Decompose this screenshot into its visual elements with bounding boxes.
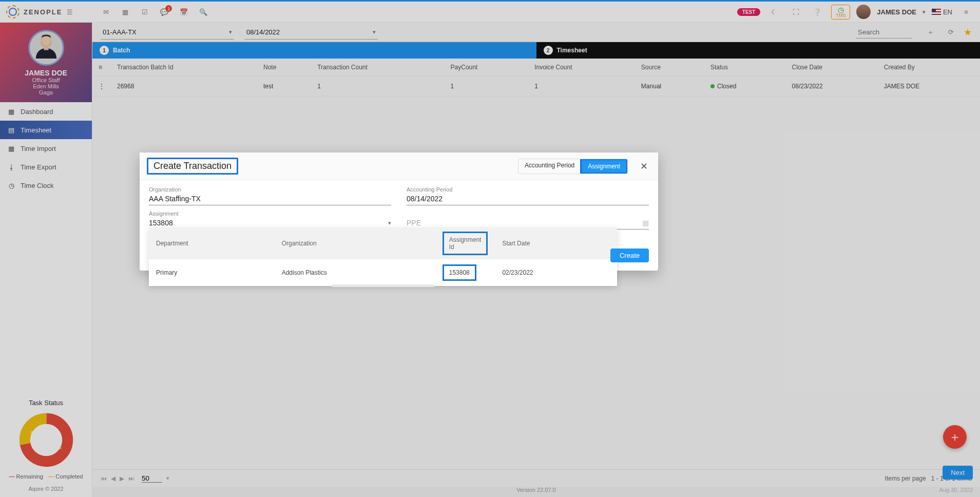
horizontal-scrollbar[interactable] (332, 284, 434, 287)
chevron-down-icon: ▾ (388, 220, 391, 226)
dd-col-aid: Assignment Id (443, 232, 488, 255)
create-button[interactable]: Create (610, 249, 649, 262)
create-transaction-dialog: Create Transaction Accounting Period Ass… (140, 152, 658, 271)
dialog-tab-assignment[interactable]: Assignment (580, 159, 628, 174)
dd-col-start: Start Date (495, 227, 617, 259)
dd-col-dept: Department (149, 227, 275, 259)
acc-input[interactable]: 08/14/2022 (407, 193, 649, 205)
acc-label: Accounting Period (407, 186, 649, 193)
dd-cell-org: Addison Plastics (275, 259, 435, 286)
assignment-dropdown-panel: Department Organization Assignment Id St… (149, 227, 617, 286)
dd-cell-dept: Primary (149, 259, 275, 286)
dialog-close-icon[interactable]: ✕ (637, 161, 651, 172)
field-ppe: PPE▦ (407, 211, 649, 230)
dialog-header: Create Transaction Accounting Period Ass… (140, 152, 658, 180)
assign-label: Assignment (149, 211, 391, 217)
field-organization: Organization AAA Staffing-TX (149, 186, 391, 205)
dialog-tabs: Accounting Period Assignment (518, 159, 628, 174)
field-accounting-period: Accounting Period 08/14/2022 (407, 186, 649, 205)
calendar-icon: ▦ (642, 219, 649, 227)
ppe-label (407, 211, 649, 217)
dialog-title: Create Transaction (147, 158, 238, 175)
dialog-tab-accounting[interactable]: Accounting Period (518, 159, 581, 174)
dropdown-row[interactable]: Primary Addison Plastics 153808 02/23/20… (149, 259, 617, 286)
dialog-body: Organization AAA Staffing-TX Accounting … (140, 180, 658, 271)
org-label: Organization (149, 186, 391, 193)
dd-cell-aid: 153808 (443, 264, 476, 281)
field-assignment: Assignment 153808▾ (149, 211, 391, 230)
dd-col-org: Organization (275, 227, 435, 259)
dd-cell-start: 02/23/2022 (495, 259, 617, 286)
org-input[interactable]: AAA Staffing-TX (149, 193, 391, 205)
